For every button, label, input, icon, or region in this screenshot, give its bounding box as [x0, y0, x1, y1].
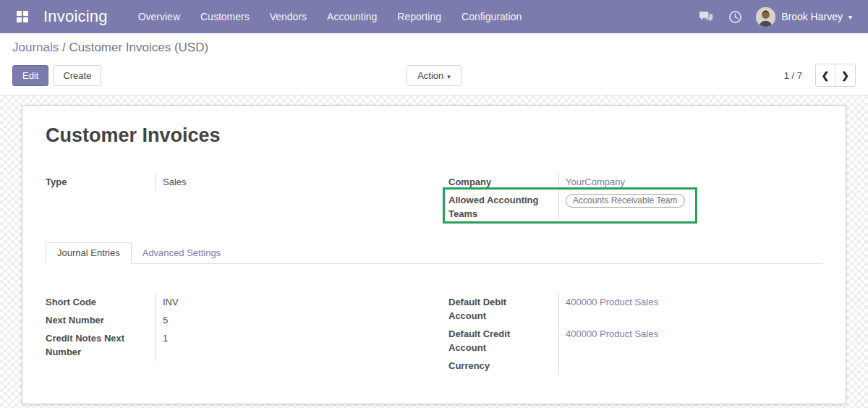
field-value-next-number: 5: [156, 311, 420, 329]
field-value-credit-notes-next-number: 1: [156, 329, 420, 361]
pager-previous-button[interactable]: ❮: [816, 64, 835, 86]
menu-customers[interactable]: Customers: [192, 6, 258, 27]
field-allowed-accounting-teams: Allowed Accounting Teams Accounts Receiv…: [448, 191, 822, 223]
field-label-short-code: Short Code: [46, 293, 156, 311]
field-next-number: Next Number 5: [46, 311, 420, 329]
field-type: Type Sales: [46, 173, 420, 191]
action-dropdown-button[interactable]: Action▾: [407, 65, 461, 86]
menu-configuration[interactable]: Configuration: [453, 6, 530, 27]
notebook-tabs: Journal Entries Advanced Settings: [46, 242, 822, 264]
bottom-left-field-group: Short Code INV Next Number 5 Credit Note…: [46, 293, 420, 375]
control-panel: Journals / Customer Invoices (USD) Edit …: [0, 33, 868, 95]
field-default-debit-account: Default Debit Account 400000 Product Sal…: [448, 293, 822, 325]
tab-advanced-settings[interactable]: Advanced Settings: [132, 243, 231, 263]
field-value-short-code: INV: [156, 293, 420, 311]
pager-next-button[interactable]: ❯: [835, 64, 855, 86]
chevron-down-icon: ▾: [848, 13, 852, 21]
breadcrumb: Journals / Customer Invoices (USD): [12, 41, 856, 55]
field-default-credit-account: Default Credit Account 400000 Product Sa…: [448, 325, 822, 357]
field-label-type: Type: [46, 173, 156, 191]
create-button[interactable]: Create: [53, 65, 101, 86]
apps-menu-icon[interactable]: [12, 6, 33, 27]
user-name: Brook Harvey: [781, 11, 843, 22]
record-title: Customer Invoices: [46, 124, 822, 147]
bottom-right-field-group: Default Debit Account 400000 Product Sal…: [448, 293, 822, 375]
field-label-allowed-accounting-teams: Allowed Accounting Teams: [448, 191, 558, 223]
menu-accounting[interactable]: Accounting: [318, 6, 386, 27]
main-menu: Overview Customers Vendors Accounting Re…: [129, 6, 531, 27]
top-left-field-group: Type Sales: [46, 173, 420, 223]
field-company: Company YourCompany: [448, 173, 822, 191]
breadcrumb-current: Customer Invoices (USD): [69, 41, 208, 54]
field-label-credit-notes-next-number: Credit Notes Next Number: [46, 329, 156, 361]
field-currency: Currency: [448, 357, 822, 375]
edit-button[interactable]: Edit: [12, 65, 48, 86]
field-value-type: Sales: [156, 173, 420, 191]
form-view-background: Customer Invoices Type Sales Company You…: [0, 95, 868, 408]
tab-journal-entries[interactable]: Journal Entries: [46, 242, 132, 264]
breadcrumb-separator: /: [59, 41, 69, 54]
field-value-currency: [558, 357, 822, 375]
field-label-next-number: Next Number: [46, 311, 156, 329]
field-credit-notes-next-number: Credit Notes Next Number 1: [46, 329, 420, 361]
field-label-currency: Currency: [448, 357, 558, 375]
menu-overview[interactable]: Overview: [129, 6, 189, 27]
menu-reporting[interactable]: Reporting: [388, 6, 450, 27]
chevron-down-icon: ▾: [447, 73, 451, 80]
accounting-team-badge[interactable]: Accounts Receivable Team: [566, 194, 685, 208]
messages-icon[interactable]: [694, 5, 718, 28]
activities-clock-icon[interactable]: [723, 5, 747, 28]
breadcrumb-journals-link[interactable]: Journals: [12, 41, 59, 54]
top-navbar: Invoicing Overview Customers Vendors Acc…: [0, 0, 868, 33]
menu-vendors[interactable]: Vendors: [261, 6, 315, 27]
app-title[interactable]: Invoicing: [43, 7, 108, 26]
pager-value: 1 / 7: [784, 70, 802, 81]
field-short-code: Short Code INV: [46, 293, 420, 311]
user-avatar: [756, 7, 775, 27]
user-menu[interactable]: Brook Harvey ▾: [752, 4, 856, 30]
pager: ❮ ❯: [815, 64, 856, 87]
form-sheet: Customer Invoices Type Sales Company You…: [22, 105, 846, 404]
field-label-default-credit-account: Default Credit Account: [448, 325, 558, 357]
field-label-company: Company: [448, 173, 558, 191]
top-right-field-group: Company YourCompany Allowed Accounting T…: [448, 173, 822, 223]
default-credit-account-link[interactable]: 400000 Product Sales: [566, 328, 658, 339]
company-link[interactable]: YourCompany: [566, 177, 625, 187]
field-label-default-debit-account: Default Debit Account: [448, 293, 558, 325]
default-debit-account-link[interactable]: 400000 Product Sales: [566, 297, 658, 307]
